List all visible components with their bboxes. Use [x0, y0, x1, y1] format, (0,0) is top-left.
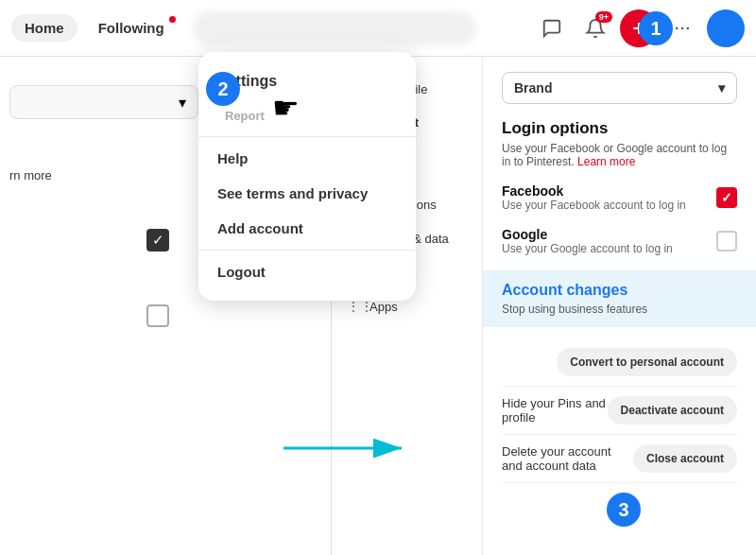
account-changes-desc: Stop using business features	[502, 303, 737, 316]
delete-account-label: Delete your account and account data	[502, 444, 633, 473]
facebook-login-row: Facebook Use your Facebook account to lo…	[502, 183, 737, 212]
cyan-arrow-2	[279, 434, 411, 462]
dropdown-chevron-icon: ▾	[179, 94, 186, 112]
brand-dropdown[interactable]: Brand ▾	[502, 72, 737, 104]
step-3-badge: 3	[607, 493, 641, 527]
dropdown-divider-1	[198, 136, 416, 137]
following-tab[interactable]: Following	[85, 14, 178, 42]
svg-point-2	[676, 26, 679, 29]
page-checkbox-unchecked[interactable]	[146, 304, 169, 327]
account-changes-section: Account changes Stop using business feat…	[483, 270, 756, 327]
dropdown-help[interactable]: Help	[198, 141, 416, 176]
dropdown-report[interactable]: Report	[198, 99, 416, 132]
account-changes-title: Account changes	[502, 282, 737, 299]
dropdown-logout[interactable]: Logout	[198, 254, 416, 289]
search-bar-blurred	[193, 11, 476, 45]
learn-more-link[interactable]: Learn more	[577, 155, 635, 168]
dropdown-divider-2	[198, 250, 416, 251]
delete-account-row: Delete your account and account data Clo…	[502, 435, 737, 483]
login-options-title: Login options	[502, 119, 737, 138]
notifications-button[interactable]: 9+	[576, 9, 614, 47]
convert-account-row: Convert to personal account	[502, 338, 737, 387]
close-account-button[interactable]: Close account	[633, 444, 737, 473]
page-checkbox-checked[interactable]: ✓	[146, 229, 169, 251]
settings-content: Brand ▾ Login options Use your Facebook …	[483, 57, 756, 555]
google-info: Google Use your Google account to log in	[502, 227, 673, 255]
google-checkbox[interactable]	[716, 231, 737, 251]
hand-cursor-icon: ☛	[272, 90, 300, 126]
facebook-info: Facebook Use your Facebook account to lo…	[502, 183, 686, 212]
hide-pins-row: Hide your Pins and profile Deactivate ac…	[502, 387, 737, 435]
profile-avatar-button[interactable]	[707, 9, 745, 47]
login-options-desc: Use your Facebook or Google account to l…	[502, 142, 737, 168]
google-login-row: Google Use your Google account to log in	[502, 227, 737, 255]
step-2-badge: 2	[206, 72, 240, 106]
dropdown-terms[interactable]: See terms and privacy	[198, 176, 416, 211]
home-tab[interactable]: Home	[11, 14, 77, 42]
dropdown-add-account[interactable]: Add account	[198, 211, 416, 246]
step-1-badge: 1	[639, 11, 673, 45]
notification-badge: 9+	[595, 11, 612, 23]
chat-button[interactable]	[533, 9, 571, 47]
facebook-checkbox[interactable]: ✓	[716, 187, 737, 208]
convert-account-button[interactable]: Convert to personal account	[557, 348, 737, 376]
left-dropdown[interactable]: ▾	[9, 85, 198, 119]
svg-point-4	[687, 26, 690, 29]
learn-more-text: rn more	[9, 168, 52, 182]
svg-point-3	[681, 26, 684, 29]
brand-dropdown-chevron: ▾	[718, 80, 725, 95]
apps-icon: ⋮⋮	[347, 299, 362, 314]
hide-pins-label: Hide your Pins and profile	[502, 396, 608, 425]
deactivate-account-button[interactable]: Deactivate account	[608, 396, 737, 425]
